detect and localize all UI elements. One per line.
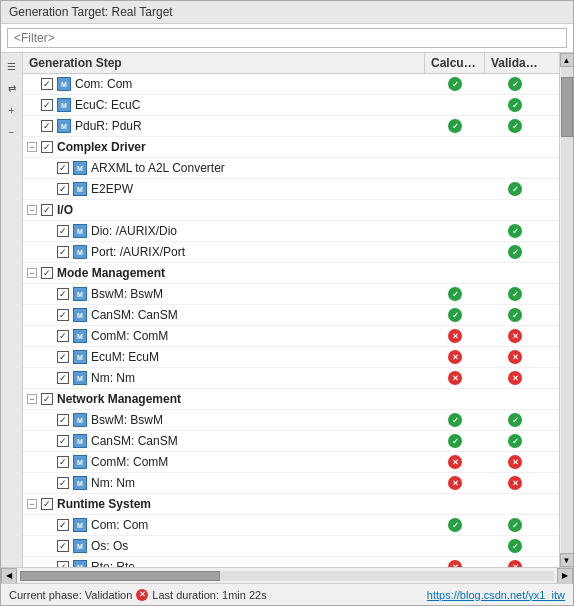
valid-cell (485, 95, 545, 115)
status-empty (508, 203, 522, 217)
table-row[interactable]: −Complex Driver (23, 137, 559, 158)
module-icon: M (73, 308, 87, 322)
collapse-button[interactable]: − (27, 205, 37, 215)
table-row[interactable]: MOs: Os (23, 536, 559, 557)
status-empty (448, 161, 462, 175)
row-checkbox[interactable] (57, 372, 69, 384)
valid-cell (485, 284, 545, 304)
module-icon: M (73, 518, 87, 532)
row-label: Com: Com (91, 518, 148, 532)
table-row[interactable]: MEcuM: EcuM (23, 347, 559, 368)
calc-cell (425, 305, 485, 325)
row-checkbox[interactable] (57, 288, 69, 300)
collapse-button[interactable]: − (27, 394, 37, 404)
table-row[interactable]: MNm: Nm (23, 368, 559, 389)
table-row[interactable]: MDio: /AURIX/Dio (23, 221, 559, 242)
scroll-up-button[interactable]: ▲ (560, 53, 574, 67)
row-checkbox[interactable] (57, 456, 69, 468)
table-row[interactable]: MComM: ComM (23, 452, 559, 473)
row-checkbox[interactable] (57, 519, 69, 531)
label-cell: MComM: ComM (23, 326, 425, 346)
row-checkbox[interactable] (57, 183, 69, 195)
toolbar-expand-icon[interactable]: + (3, 101, 21, 119)
row-checkbox[interactable] (57, 435, 69, 447)
row-checkbox[interactable] (57, 162, 69, 174)
collapse-button[interactable]: − (27, 268, 37, 278)
module-icon: M (73, 161, 87, 175)
row-checkbox[interactable] (41, 99, 53, 111)
table-row[interactable]: ME2EPW (23, 179, 559, 200)
row-label: Nm: Nm (91, 371, 135, 385)
scroll-down-button[interactable]: ▼ (560, 553, 574, 567)
collapse-button[interactable]: − (27, 499, 37, 509)
row-checkbox[interactable] (41, 78, 53, 90)
filter-input[interactable] (7, 28, 567, 48)
table-row[interactable]: MCanSM: CanSM (23, 431, 559, 452)
table-row[interactable]: MPduR: PduR (23, 116, 559, 137)
row-checkbox[interactable] (57, 246, 69, 258)
collapse-button[interactable]: − (27, 142, 37, 152)
row-checkbox[interactable] (57, 561, 69, 567)
status-empty (508, 140, 522, 154)
status-error-icon (448, 476, 462, 490)
module-icon: M (57, 119, 71, 133)
valid-cell (485, 473, 545, 493)
table-row[interactable]: −Runtime System (23, 494, 559, 515)
scroll-track[interactable] (561, 67, 573, 553)
scroll-right-button[interactable]: ▶ (557, 568, 573, 584)
table-row[interactable]: −Network Management (23, 389, 559, 410)
table-row[interactable]: MPort: /AURIX/Port (23, 242, 559, 263)
status-ok-icon (508, 245, 522, 259)
table-row[interactable]: MCom: Com (23, 515, 559, 536)
table-row[interactable]: MCanSM: CanSM (23, 305, 559, 326)
col-validati[interactable]: Validati... (485, 53, 545, 73)
label-cell: −Runtime System (23, 494, 425, 514)
table-row[interactable]: MEcuC: EcuC (23, 95, 559, 116)
row-checkbox[interactable] (57, 540, 69, 552)
row-checkbox[interactable] (41, 204, 53, 216)
valid-cell (485, 347, 545, 367)
row-checkbox[interactable] (57, 309, 69, 321)
table-row[interactable]: −I/O (23, 200, 559, 221)
scroll-thumb[interactable] (561, 77, 573, 137)
horizontal-scrollbar[interactable]: ◀ ▶ (1, 567, 573, 583)
row-checkbox[interactable] (57, 351, 69, 363)
scroll-left-button[interactable]: ◀ (1, 568, 17, 584)
col-generation-step[interactable]: Generation Step (23, 53, 425, 73)
toolbar-indent-icon[interactable]: ⇄ (3, 79, 21, 97)
row-checkbox[interactable] (41, 267, 53, 279)
table-row[interactable]: MBswM: BswM (23, 410, 559, 431)
label-cell: MCom: Com (23, 515, 425, 535)
table-row[interactable]: MCom: Com (23, 74, 559, 95)
valid-cell (485, 263, 545, 283)
toolbar-collapse-icon[interactable]: − (3, 123, 21, 141)
status-bar-link[interactable]: https://blog.csdn.net/yx1_itw (427, 589, 565, 601)
row-checkbox[interactable] (57, 225, 69, 237)
row-checkbox[interactable] (41, 120, 53, 132)
row-label: EcuC: EcuC (75, 98, 140, 112)
toolbar-list-icon[interactable]: ☰ (3, 57, 21, 75)
row-checkbox[interactable] (57, 330, 69, 342)
module-icon: M (73, 476, 87, 490)
table-row[interactable]: MComM: ComM (23, 326, 559, 347)
tree-area: MCom: ComMEcuC: EcuCMPduR: PduR−Complex … (23, 74, 559, 567)
label-cell: ME2EPW (23, 179, 425, 199)
row-checkbox[interactable] (57, 477, 69, 489)
row-label: BswM: BswM (91, 287, 163, 301)
row-label: Dio: /AURIX/Dio (91, 224, 177, 238)
status-empty (448, 224, 462, 238)
h-scroll-track[interactable] (20, 571, 554, 581)
row-checkbox[interactable] (41, 141, 53, 153)
table-row[interactable]: MRte: Rte (23, 557, 559, 567)
table-row[interactable]: −Mode Management (23, 263, 559, 284)
h-scroll-thumb[interactable] (20, 571, 220, 581)
row-checkbox[interactable] (41, 498, 53, 510)
table-row[interactable]: MARXML to A2L Converter (23, 158, 559, 179)
row-checkbox[interactable] (57, 414, 69, 426)
status-error-icon (508, 455, 522, 469)
table-row[interactable]: MBswM: BswM (23, 284, 559, 305)
table-row[interactable]: MNm: Nm (23, 473, 559, 494)
row-checkbox[interactable] (41, 393, 53, 405)
col-calcula[interactable]: Calcula... (425, 53, 485, 73)
vertical-scrollbar[interactable]: ▲ ▼ (559, 53, 573, 567)
